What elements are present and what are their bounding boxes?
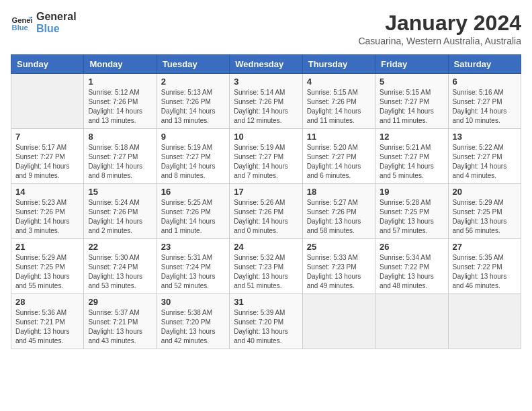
day-number: 18	[307, 187, 371, 197]
calendar-cell	[375, 294, 448, 349]
day-number: 22	[88, 242, 152, 252]
calendar-cell: 9Sunrise: 5:19 AM Sunset: 7:27 PM Daylig…	[157, 129, 229, 184]
week-row-5: 28Sunrise: 5:36 AM Sunset: 7:21 PM Dayli…	[11, 294, 521, 349]
header-cell-wednesday: Wednesday	[230, 55, 302, 74]
day-number: 31	[234, 297, 298, 307]
calendar-cell: 2Sunrise: 5:13 AM Sunset: 7:26 PM Daylig…	[157, 74, 229, 129]
day-info: Sunrise: 5:23 AM Sunset: 7:26 PM Dayligh…	[15, 198, 79, 236]
logo-name: GeneralBlue	[36, 11, 77, 35]
day-info: Sunrise: 5:27 AM Sunset: 7:26 PM Dayligh…	[307, 198, 371, 236]
calendar-cell: 17Sunrise: 5:26 AM Sunset: 7:26 PM Dayli…	[230, 184, 302, 239]
week-row-1: 1Sunrise: 5:12 AM Sunset: 7:26 PM Daylig…	[11, 74, 521, 129]
day-info: Sunrise: 5:33 AM Sunset: 7:23 PM Dayligh…	[307, 253, 371, 291]
day-number: 15	[88, 187, 152, 197]
header-cell-tuesday: Tuesday	[157, 55, 229, 74]
calendar-title: January 2024	[358, 11, 521, 36]
calendar-cell: 6Sunrise: 5:16 AM Sunset: 7:27 PM Daylig…	[448, 74, 521, 129]
svg-text:Blue: Blue	[12, 24, 28, 32]
calendar-cell: 29Sunrise: 5:37 AM Sunset: 7:21 PM Dayli…	[84, 294, 157, 349]
day-info: Sunrise: 5:14 AM Sunset: 7:26 PM Dayligh…	[234, 88, 298, 126]
day-number: 7	[15, 132, 79, 142]
day-number: 20	[453, 187, 517, 197]
day-number: 30	[161, 297, 225, 307]
calendar-cell: 26Sunrise: 5:34 AM Sunset: 7:22 PM Dayli…	[375, 239, 448, 294]
day-number: 14	[15, 187, 79, 197]
day-number: 11	[307, 132, 371, 142]
day-number: 19	[380, 187, 443, 197]
calendar-cell: 25Sunrise: 5:33 AM Sunset: 7:23 PM Dayli…	[302, 239, 375, 294]
day-number: 24	[234, 242, 298, 252]
day-number: 16	[161, 187, 225, 197]
day-number: 17	[234, 187, 298, 197]
day-info: Sunrise: 5:32 AM Sunset: 7:23 PM Dayligh…	[234, 253, 298, 291]
calendar-cell: 30Sunrise: 5:38 AM Sunset: 7:20 PM Dayli…	[157, 294, 229, 349]
day-info: Sunrise: 5:19 AM Sunset: 7:27 PM Dayligh…	[234, 143, 298, 181]
day-number: 4	[307, 77, 371, 87]
calendar-cell: 15Sunrise: 5:24 AM Sunset: 7:26 PM Dayli…	[84, 184, 157, 239]
logo-icon: General Blue	[11, 12, 32, 34]
header-cell-thursday: Thursday	[302, 55, 375, 74]
calendar-cell: 24Sunrise: 5:32 AM Sunset: 7:23 PM Dayli…	[230, 239, 302, 294]
day-info: Sunrise: 5:18 AM Sunset: 7:27 PM Dayligh…	[88, 143, 152, 181]
day-info: Sunrise: 5:39 AM Sunset: 7:20 PM Dayligh…	[234, 308, 298, 346]
day-info: Sunrise: 5:12 AM Sunset: 7:26 PM Dayligh…	[88, 88, 152, 126]
calendar-cell: 20Sunrise: 5:29 AM Sunset: 7:25 PM Dayli…	[448, 184, 521, 239]
day-info: Sunrise: 5:24 AM Sunset: 7:26 PM Dayligh…	[88, 198, 152, 236]
day-info: Sunrise: 5:26 AM Sunset: 7:26 PM Dayligh…	[234, 198, 298, 236]
day-number: 2	[161, 77, 225, 87]
calendar-subtitle: Casuarina, Western Australia, Australia	[358, 36, 521, 46]
calendar-cell: 28Sunrise: 5:36 AM Sunset: 7:21 PM Dayli…	[11, 294, 84, 349]
day-info: Sunrise: 5:34 AM Sunset: 7:22 PM Dayligh…	[380, 253, 443, 291]
calendar-cell: 16Sunrise: 5:25 AM Sunset: 7:26 PM Dayli…	[157, 184, 229, 239]
day-number: 3	[234, 77, 298, 87]
calendar-cell: 31Sunrise: 5:39 AM Sunset: 7:20 PM Dayli…	[230, 294, 302, 349]
logo: General Blue GeneralBlue	[11, 11, 77, 35]
day-number: 9	[161, 132, 225, 142]
calendar-cell: 19Sunrise: 5:28 AM Sunset: 7:25 PM Dayli…	[375, 184, 448, 239]
calendar-cell: 12Sunrise: 5:21 AM Sunset: 7:27 PM Dayli…	[375, 129, 448, 184]
calendar-cell: 4Sunrise: 5:15 AM Sunset: 7:26 PM Daylig…	[302, 74, 375, 129]
day-info: Sunrise: 5:15 AM Sunset: 7:26 PM Dayligh…	[307, 88, 371, 126]
calendar-cell: 23Sunrise: 5:31 AM Sunset: 7:24 PM Dayli…	[157, 239, 229, 294]
day-info: Sunrise: 5:20 AM Sunset: 7:27 PM Dayligh…	[307, 143, 371, 181]
calendar-cell: 13Sunrise: 5:22 AM Sunset: 7:27 PM Dayli…	[448, 129, 521, 184]
day-number: 5	[380, 77, 443, 87]
calendar-cell	[448, 294, 521, 349]
day-number: 28	[15, 297, 79, 307]
header-row: SundayMondayTuesdayWednesdayThursdayFrid…	[11, 55, 521, 74]
week-row-2: 7Sunrise: 5:17 AM Sunset: 7:27 PM Daylig…	[11, 129, 521, 184]
day-info: Sunrise: 5:30 AM Sunset: 7:24 PM Dayligh…	[88, 253, 152, 291]
header-cell-sunday: Sunday	[11, 55, 84, 74]
day-number: 13	[453, 132, 517, 142]
day-number: 1	[88, 77, 152, 87]
day-info: Sunrise: 5:37 AM Sunset: 7:21 PM Dayligh…	[88, 308, 152, 346]
calendar-cell	[302, 294, 375, 349]
calendar-cell: 7Sunrise: 5:17 AM Sunset: 7:27 PM Daylig…	[11, 129, 84, 184]
day-number: 8	[88, 132, 152, 142]
day-info: Sunrise: 5:15 AM Sunset: 7:27 PM Dayligh…	[380, 88, 443, 126]
calendar-cell: 18Sunrise: 5:27 AM Sunset: 7:26 PM Dayli…	[302, 184, 375, 239]
day-number: 10	[234, 132, 298, 142]
week-row-4: 21Sunrise: 5:29 AM Sunset: 7:25 PM Dayli…	[11, 239, 521, 294]
day-number: 27	[453, 242, 517, 252]
day-info: Sunrise: 5:36 AM Sunset: 7:21 PM Dayligh…	[15, 308, 79, 346]
calendar-cell: 1Sunrise: 5:12 AM Sunset: 7:26 PM Daylig…	[84, 74, 157, 129]
day-info: Sunrise: 5:29 AM Sunset: 7:25 PM Dayligh…	[15, 253, 79, 291]
calendar-cell: 3Sunrise: 5:14 AM Sunset: 7:26 PM Daylig…	[230, 74, 302, 129]
day-info: Sunrise: 5:25 AM Sunset: 7:26 PM Dayligh…	[161, 198, 225, 236]
calendar-cell: 27Sunrise: 5:35 AM Sunset: 7:22 PM Dayli…	[448, 239, 521, 294]
calendar-cell: 11Sunrise: 5:20 AM Sunset: 7:27 PM Dayli…	[302, 129, 375, 184]
calendar-cell: 14Sunrise: 5:23 AM Sunset: 7:26 PM Dayli…	[11, 184, 84, 239]
title-section: January 2024 Casuarina, Western Australi…	[358, 11, 521, 46]
day-number: 26	[380, 242, 443, 252]
day-number: 23	[161, 242, 225, 252]
week-row-3: 14Sunrise: 5:23 AM Sunset: 7:26 PM Dayli…	[11, 184, 521, 239]
day-info: Sunrise: 5:13 AM Sunset: 7:26 PM Dayligh…	[161, 88, 225, 126]
calendar-cell: 22Sunrise: 5:30 AM Sunset: 7:24 PM Dayli…	[84, 239, 157, 294]
calendar-cell: 8Sunrise: 5:18 AM Sunset: 7:27 PM Daylig…	[84, 129, 157, 184]
day-info: Sunrise: 5:21 AM Sunset: 7:27 PM Dayligh…	[380, 143, 443, 181]
day-info: Sunrise: 5:38 AM Sunset: 7:20 PM Dayligh…	[161, 308, 225, 346]
day-info: Sunrise: 5:22 AM Sunset: 7:27 PM Dayligh…	[453, 143, 517, 181]
day-number: 6	[453, 77, 517, 87]
day-number: 21	[15, 242, 79, 252]
